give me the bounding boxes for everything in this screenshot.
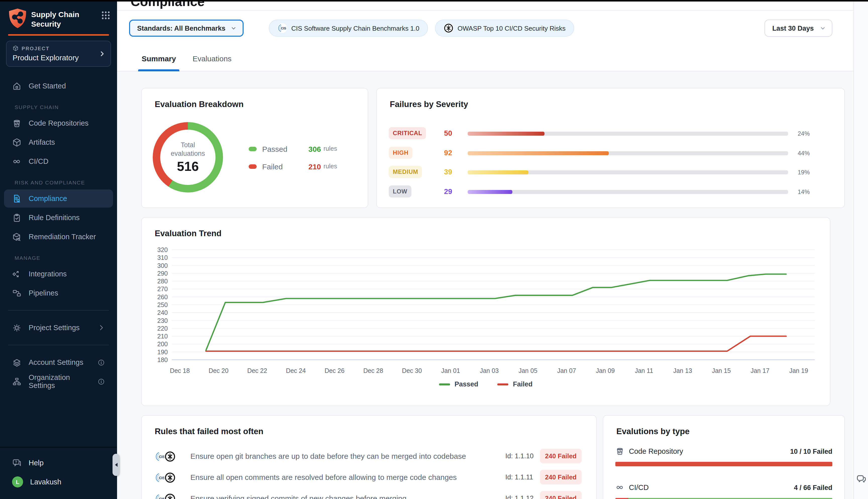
nine-dot-grid-icon[interactable] (101, 11, 110, 20)
infinity-icon (615, 483, 624, 492)
rule-benchmark-icons: CIS (155, 472, 177, 484)
rule-benchmark-icons: CIS (155, 451, 177, 463)
sidebar-item-label: Organization Settings (29, 373, 90, 389)
sidebar-item-help[interactable]: ? Help (4, 454, 113, 472)
failed-rules-card: Rules that failed most often CISEnsure o… (141, 415, 597, 499)
owasp-logo-icon (444, 23, 454, 33)
severity-count: 50 (444, 129, 452, 137)
evaluation-trend-card: Evaluation Trend 18019020021022023024025… (141, 217, 830, 406)
sidebar-item-user[interactable]: L Lavakush (4, 473, 113, 491)
doc-search-icon (12, 194, 22, 203)
failed-rule-row[interactable]: CISEnsure all open comments are resolved… (142, 471, 596, 486)
legend-swatch (249, 146, 257, 151)
severity-percent: 14% (798, 188, 810, 195)
severity-percent: 19% (798, 169, 810, 176)
chat-support-icon[interactable] (855, 473, 867, 485)
rule-description: Ensure open git branches are up to date … (190, 452, 466, 460)
bar-failed-segment (615, 462, 832, 466)
integrations-icon (12, 269, 22, 279)
svg-text:270: 270 (157, 285, 168, 292)
info-icon (97, 358, 105, 366)
owasp-logo-icon (164, 493, 176, 499)
svg-text:250: 250 (157, 301, 168, 308)
type-row-header: CI/CD4 / 66 Failed (615, 483, 832, 492)
chip-label: CIS Software Supply Chain Benchmarks 1.0 (292, 24, 419, 32)
severity-row-critical: CRITICAL5024% (377, 127, 844, 140)
rule-id: Id: 1.1.10 (505, 452, 534, 460)
severity-count: 39 (444, 168, 452, 176)
card-title: Rules that failed most often (155, 427, 263, 436)
card-title: Evaluation Breakdown (155, 99, 244, 109)
date-range-dropdown[interactable]: Last 30 Days (765, 20, 832, 37)
tab-evaluations[interactable]: Evaluations (189, 46, 235, 71)
svg-text:210: 210 (157, 333, 168, 340)
sidebar-item-rule-definitions[interactable]: Rule Definitions (4, 208, 113, 227)
severity-badge: CRITICAL (389, 127, 426, 139)
rule-benchmark-icons: CIS (155, 493, 177, 499)
card-title: Failures by Severity (390, 99, 468, 109)
sidebar-item-pipelines[interactable]: Pipelines (4, 284, 113, 302)
benchmark-chip-owasp[interactable]: OWASP Top 10 CI/CD Security Risks (435, 20, 574, 37)
failed-rule-row[interactable]: CISEnsure verifying signed commits of ne… (142, 492, 596, 499)
scrollbar-gutter[interactable] (853, 0, 868, 499)
severity-percent: 24% (798, 130, 810, 137)
sidebar-item-organization-settings[interactable]: Organization Settings (4, 373, 113, 390)
sidebar-item-label: Project Settings (29, 324, 79, 332)
type-failed-value: 4 / 66 Failed (794, 484, 832, 491)
layers-icon (12, 357, 22, 367)
sidebar-item-get-started[interactable]: Get Started (4, 77, 113, 95)
svg-text:300: 300 (157, 262, 168, 269)
donut-center-label: Total evaluations (165, 141, 211, 158)
failed-rule-row[interactable]: CISEnsure open git branches are up to da… (142, 450, 596, 465)
svg-text:220: 220 (157, 325, 168, 332)
benchmark-chip-cis[interactable]: CISCIS Software Supply Chain Benchmarks … (269, 20, 428, 37)
svg-text:Jan 13: Jan 13 (673, 367, 692, 374)
sidebar-item-integrations[interactable]: Integrations (4, 265, 113, 283)
svg-text:Jan 03: Jan 03 (480, 367, 498, 374)
svg-text:Jan 15: Jan 15 (712, 367, 731, 374)
sidebar-item-remediation-tracker[interactable]: Remediation Tracker (4, 228, 113, 246)
sidebar-item-artifacts[interactable]: Artifacts (4, 133, 113, 151)
cube-icon (12, 137, 22, 147)
sidebar: Supply Chain Security PROJECT Product Ex… (0, 0, 117, 499)
chevron-right-icon (98, 324, 105, 331)
failed-count-badge: 240 Failed (540, 470, 582, 484)
sidebar-collapse-handle[interactable] (112, 454, 120, 476)
type-result-bar (615, 462, 832, 466)
chevron-down-icon (231, 25, 237, 31)
svg-text:Dec 22: Dec 22 (247, 367, 267, 374)
project-name: Product Exploratory (13, 53, 106, 62)
severity-badge: LOW (389, 185, 411, 197)
svg-text:Jan 19: Jan 19 (789, 367, 808, 374)
project-cube-icon (13, 45, 18, 51)
failed-count-badge: 240 Failed (540, 449, 582, 463)
sidebar-item-code-repositories[interactable]: Code Repositories (4, 114, 113, 132)
repo-icon (12, 118, 22, 128)
evaluation-type-row-code-repository: Code Repository10 / 10 Failed (615, 447, 832, 466)
sidebar-item-ci-cd[interactable]: CI/CD (4, 152, 113, 170)
sidebar-item-compliance[interactable]: Compliance (4, 190, 113, 208)
severity-bar-track (468, 132, 788, 136)
evaluations-donut-chart: Total evaluations 516 (153, 122, 223, 193)
nav-section-supply-chain: SUPPLY CHAIN (15, 104, 117, 110)
sidebar-item-label: Code Repositories (29, 119, 89, 127)
standards-dropdown[interactable]: Standards: All Benchmarks (129, 20, 244, 37)
svg-text:320: 320 (157, 246, 168, 253)
evaluation-trend-line-chart: 1801902002102202302402502602702802903003… (142, 246, 831, 377)
sidebar-item-account-settings[interactable]: Account Settings (4, 353, 113, 372)
svg-text:Dec 30: Dec 30 (402, 367, 422, 374)
trend-legend-passed: Passed (439, 380, 479, 388)
brand-accent-divider (8, 34, 109, 36)
date-range-label: Last 30 Days (772, 24, 814, 32)
type-row-header: Code Repository10 / 10 Failed (615, 447, 832, 456)
sidebar-item-label: Integrations (29, 270, 67, 278)
failures-by-severity-card: Failures by Severity CRITICAL5024%HIGH92… (376, 88, 845, 208)
owasp-logo-icon (164, 451, 176, 462)
tab-summary[interactable]: Summary (138, 46, 179, 71)
sidebar-item-project-settings[interactable]: Project Settings (4, 319, 113, 337)
svg-text:CIS: CIS (281, 26, 286, 30)
svg-text:190: 190 (157, 349, 168, 355)
sidebar-item-label: Pipelines (29, 289, 58, 297)
project-selector[interactable]: PROJECT Product Exploratory (6, 41, 111, 67)
pipelines-icon (12, 288, 22, 298)
